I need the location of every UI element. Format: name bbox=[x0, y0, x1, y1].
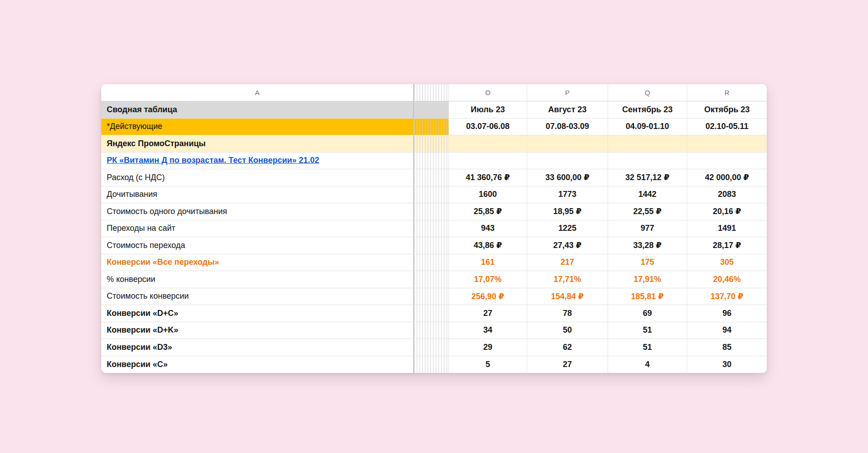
cell-value[interactable]: 62 bbox=[527, 339, 608, 356]
row-label[interactable]: Конверсии «С» bbox=[101, 356, 414, 373]
row-label[interactable]: Дочитывания bbox=[101, 186, 414, 204]
hidden-columns-strip bbox=[414, 153, 449, 170]
cell-value[interactable]: 175 bbox=[608, 254, 687, 272]
cell-value[interactable]: 33 600,00 ₽ bbox=[527, 169, 608, 186]
cell-value[interactable]: 27 bbox=[449, 305, 527, 322]
row-label[interactable]: Переходы на сайт bbox=[101, 220, 414, 238]
row-label[interactable]: % конверсии bbox=[101, 271, 414, 288]
cell-value[interactable] bbox=[449, 153, 527, 170]
cell-value[interactable]: 217 bbox=[527, 254, 608, 272]
cell-value[interactable] bbox=[449, 135, 527, 153]
cell-value[interactable]: 33,28 ₽ bbox=[608, 237, 687, 254]
cell-value[interactable]: 1491 bbox=[687, 220, 767, 238]
cell-value[interactable]: 17,07% bbox=[449, 271, 527, 288]
cell-value[interactable]: 27 bbox=[527, 356, 608, 373]
table-row: Сводная таблицаИюль 23Август 23Сентябрь … bbox=[101, 101, 767, 119]
column-header-q[interactable]: Q bbox=[608, 84, 687, 101]
row-label[interactable]: Стоимость перехода bbox=[101, 237, 414, 254]
cell-value[interactable]: 305 bbox=[687, 254, 767, 272]
cell-value[interactable]: 22,55 ₽ bbox=[608, 203, 687, 220]
cell-value[interactable]: 69 bbox=[608, 305, 687, 322]
cell-value[interactable]: 154,84 ₽ bbox=[527, 288, 608, 305]
cell-value[interactable]: 18,95 ₽ bbox=[527, 203, 608, 220]
cell-value[interactable]: 94 bbox=[687, 322, 767, 339]
cell-value[interactable]: 20,46% bbox=[687, 271, 767, 288]
cell-value[interactable]: 17,71% bbox=[527, 271, 608, 288]
row-label[interactable]: *Действующие bbox=[101, 119, 414, 136]
cell-value[interactable] bbox=[608, 135, 687, 153]
cell-value[interactable]: 50 bbox=[527, 322, 608, 339]
cell-value[interactable]: 1600 bbox=[449, 186, 527, 204]
cell-value[interactable]: 51 bbox=[608, 322, 687, 339]
cell-value[interactable] bbox=[608, 153, 687, 170]
cell-value[interactable] bbox=[527, 135, 608, 153]
cell-value[interactable]: 78 bbox=[527, 305, 608, 322]
hidden-columns-strip bbox=[414, 203, 449, 220]
row-label[interactable]: Стоимость конверсии bbox=[101, 288, 414, 305]
cell-value[interactable]: 1225 bbox=[527, 220, 608, 238]
row-label[interactable]: Яндекс ПромоСтраницы bbox=[101, 135, 414, 153]
column-header-o[interactable]: O bbox=[449, 84, 527, 101]
cell-value[interactable]: 977 bbox=[608, 220, 687, 238]
cell-value[interactable]: 85 bbox=[687, 339, 767, 356]
cell-value[interactable]: 161 bbox=[449, 254, 527, 272]
table-row: % конверсии17,07%17,71%17,91%20,46% bbox=[101, 271, 767, 288]
cell-value[interactable]: 04.09-01.10 bbox=[608, 119, 687, 136]
cell-value[interactable]: 25,85 ₽ bbox=[449, 203, 527, 220]
table-row: Переходы на сайт94312259771491 bbox=[101, 220, 767, 238]
cell-value[interactable]: 2083 bbox=[687, 186, 767, 204]
cell-value[interactable] bbox=[527, 153, 608, 170]
row-label[interactable]: Конверсии «Все переходы» bbox=[101, 254, 414, 272]
cell-value[interactable]: 03.07-06.08 bbox=[449, 119, 527, 136]
table-row: Конверсии «С»527430 bbox=[101, 356, 767, 373]
hidden-columns-strip-header[interactable] bbox=[414, 84, 449, 101]
table-row: Стоимость перехода43,86 ₽27,43 ₽33,28 ₽2… bbox=[101, 237, 767, 254]
cell-value[interactable]: 96 bbox=[687, 305, 767, 322]
hidden-columns-strip bbox=[414, 220, 449, 238]
cell-value[interactable]: Август 23 bbox=[527, 101, 608, 119]
cell-value[interactable]: 27,43 ₽ bbox=[527, 237, 608, 254]
row-label[interactable]: Конверсии «D3» bbox=[101, 339, 414, 356]
cell-value[interactable]: 51 bbox=[608, 339, 687, 356]
column-header-a[interactable]: A bbox=[101, 84, 414, 101]
cell-value[interactable]: 43,86 ₽ bbox=[449, 237, 527, 254]
cell-value[interactable]: 32 517,12 ₽ bbox=[608, 169, 687, 186]
cell-value[interactable]: 34 bbox=[449, 322, 527, 339]
cell-value[interactable]: 41 360,76 ₽ bbox=[449, 169, 527, 186]
cell-value[interactable]: 29 bbox=[449, 339, 527, 356]
cell-value[interactable]: 4 bbox=[608, 356, 687, 373]
cell-value[interactable]: 28,17 ₽ bbox=[687, 237, 767, 254]
cell-value[interactable]: 137,70 ₽ bbox=[687, 288, 767, 305]
cell-value[interactable]: 17,91% bbox=[608, 271, 687, 288]
row-label[interactable]: Конверсии «D+K» bbox=[101, 322, 414, 339]
row-label[interactable]: Расход (с НДС) bbox=[101, 169, 414, 186]
row-label[interactable]: Стоимость одного дочитывания bbox=[101, 203, 414, 220]
table-row: Конверсии «Все переходы»161217175305 bbox=[101, 254, 767, 272]
hidden-columns-strip bbox=[414, 288, 449, 305]
cell-value[interactable]: 256,90 ₽ bbox=[449, 288, 527, 305]
cell-value[interactable]: 1442 bbox=[608, 186, 687, 204]
cell-value[interactable]: Июль 23 bbox=[449, 101, 527, 119]
cell-value[interactable]: 07.08-03.09 bbox=[527, 119, 608, 136]
row-label[interactable]: Конверсии «D+C» bbox=[101, 305, 414, 322]
cell-value[interactable]: 1773 bbox=[527, 186, 608, 204]
hidden-columns-strip bbox=[414, 169, 449, 186]
cell-value[interactable]: 943 bbox=[449, 220, 527, 238]
cell-value[interactable] bbox=[687, 135, 767, 153]
cell-value[interactable]: 185,81 ₽ bbox=[608, 288, 687, 305]
cell-value[interactable]: 5 bbox=[449, 356, 527, 373]
cell-value[interactable]: 30 bbox=[687, 356, 767, 373]
row-label[interactable]: РК «Витамин Д по возрастам. Тест Конверс… bbox=[101, 153, 414, 170]
cell-value[interactable]: 20,16 ₽ bbox=[687, 203, 767, 220]
hidden-columns-strip bbox=[414, 339, 449, 356]
cell-value[interactable]: Сентябрь 23 bbox=[608, 101, 687, 119]
cell-value[interactable]: 02.10-05.11 bbox=[687, 119, 767, 136]
cell-value[interactable]: Октябрь 23 bbox=[687, 101, 767, 119]
row-label[interactable]: Сводная таблица bbox=[101, 101, 414, 119]
column-header-p[interactable]: P bbox=[527, 84, 608, 101]
cell-value[interactable]: 42 000,00 ₽ bbox=[687, 169, 767, 186]
table-row: Стоимость конверсии256,90 ₽154,84 ₽185,8… bbox=[101, 288, 767, 305]
column-header-r[interactable]: R bbox=[687, 84, 767, 101]
cell-value[interactable] bbox=[687, 153, 767, 170]
column-header-row: A O P Q R bbox=[101, 84, 767, 101]
